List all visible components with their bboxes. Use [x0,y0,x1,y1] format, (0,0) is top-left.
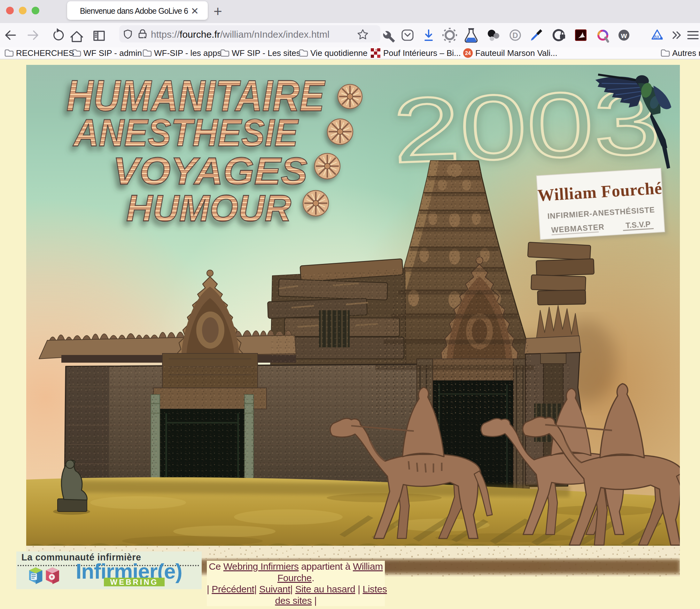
svg-text:VOYAGES: VOYAGES [113,150,307,192]
svg-text:w: w [621,31,627,40]
svg-text:T.S.V.P: T.S.V.P [626,220,651,230]
svg-text:HUMOUR: HUMOUR [126,188,291,229]
svg-text:D: D [512,31,518,40]
svg-text:ax: ax [654,34,660,40]
svg-text:ANESTHESIE: ANESTHESIE [72,111,299,154]
svg-text:24: 24 [465,51,471,56]
